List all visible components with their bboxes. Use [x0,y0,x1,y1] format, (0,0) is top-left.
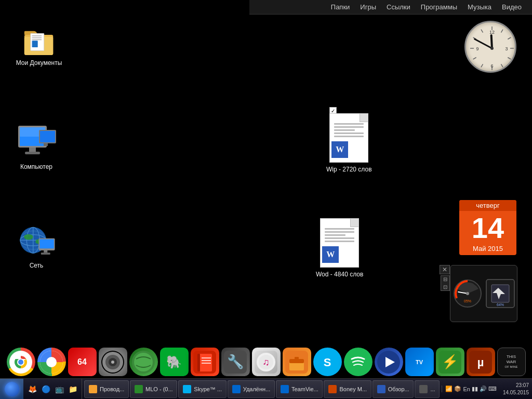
tray-volume[interactable]: 🔊 [480,385,487,392]
tray-battery: ▮▮ [472,385,478,392]
network-label: Сеть [30,262,44,269]
svg-point-64 [134,353,153,371]
dock-icon-chrome[interactable] [7,348,35,376]
svg-rect-68 [197,354,200,371]
svg-line-1 [501,30,503,33]
calendar-widget: четверг 14 Май 2015 [459,200,516,255]
tray-keyboard[interactable]: ⌨ [488,385,497,392]
taskbar-item-teamviewer[interactable]: TeamVie... [276,380,323,398]
menu-item-видео[interactable]: Видео [502,3,522,11]
cpu-gauge: 05% [453,278,483,309]
svg-rect-81 [295,357,299,363]
dock-icon-teamviewer[interactable]: TV [405,348,434,376]
tray-dropbox[interactable]: 📦 [454,385,461,392]
gpu-gauge-svg: 64% [485,278,515,309]
computer-icon[interactable]: Компьютер [10,125,62,170]
calendar-day-name: четверг [459,200,516,211]
taskbar-item-review[interactable]: Обзор... [373,380,414,398]
taskbar-item-remote[interactable]: Удалённ... [228,380,275,398]
computer-label: Компьютер [20,163,52,170]
cpu-gauge-svg: 05% [453,278,483,309]
taskbar-quicklaunch: 🦊 🔵 📺 📁 [23,379,82,400]
taskbar-item-label-skype: Skype™ ... [194,386,222,392]
dock-icon-battery[interactable]: ⚡ [436,348,464,376]
my-documents-label: Мои Документы [16,59,62,66]
taskbar-item-boney[interactable]: Boney M... [324,380,371,398]
dock-icon-twom[interactable]: THISWAROF MINE [497,348,526,376]
taskbar-item-icon-mlo [135,385,143,393]
wip-doc-label: Wip - 2720 слов [326,166,372,173]
svg-text:µ: µ [477,356,484,369]
ie-quickbtn[interactable]: 🔵 [39,383,52,395]
taskbar-item-mlo[interactable]: MLO - (0... [130,380,177,398]
dock-icon-torrent[interactable]: µ [467,348,495,376]
taskbar-clock[interactable]: 23:07 14.05.2015 [500,382,532,396]
svg-text:🔧: 🔧 [227,353,244,370]
svg-rect-38 [40,131,55,142]
network-icon[interactable]: Сеть [8,223,65,269]
dock-icon-picasa[interactable] [37,348,66,376]
dock-icon-spotify[interactable] [344,348,373,376]
taskbar-items: Провод...MLO - (0...Skype™ ...Удалённ...… [82,379,442,400]
svg-point-21 [466,292,469,295]
word-badge-wod: W [322,246,339,263]
svg-point-62 [111,361,114,364]
svg-rect-51 [41,252,50,255]
menu-item-музыка[interactable]: Музыка [468,3,491,11]
wip-doc-icon[interactable]: ✓ W Wip - 2720 слов [326,113,372,173]
svg-text:🐘: 🐘 [166,354,182,369]
svg-point-84 [347,351,369,374]
start-button[interactable] [0,379,23,400]
taskbar-item-explorer[interactable]: Провод... [84,380,129,398]
wip-doc: W [329,113,368,163]
taskbar-item-label-explorer: Провод... [100,386,124,392]
svg-rect-50 [44,250,47,252]
svg-line-2 [508,37,511,39]
taskbar-item-label-mlo: MLO - (0... [145,386,173,392]
menu-item-программы[interactable]: Программы [421,3,457,11]
menu-item-папки[interactable]: Папки [331,3,350,11]
wod-doc-wrapper: W [320,218,359,268]
svg-line-8 [473,58,476,60]
dock-icon-evernote[interactable]: 🐘 [160,348,189,376]
explorer-quickbtn[interactable]: 📁 [66,383,79,395]
wod-doc-label: Wod - 4840 слов [316,271,363,278]
taskbar-item-skype[interactable]: Skype™ ... [178,380,226,398]
svg-line-11 [481,30,483,33]
taskbar-item-icon-review [377,385,385,393]
perf-close-btn[interactable]: ✕ [440,265,450,274]
my-documents-icon[interactable]: Мои Документы [16,26,62,66]
dock-icon-itunes[interactable]: ♫ [252,348,281,376]
dock-icon-box[interactable] [283,348,311,376]
dock-icon-skype[interactable]: S [313,348,342,376]
svg-line-5 [501,64,503,67]
svg-text:12: 12 [489,30,495,35]
menu-item-ссылки[interactable]: Ссылки [387,3,410,11]
dock-icon-wrench[interactable]: 🔧 [221,348,250,376]
dock-icon-ball[interactable] [129,348,158,376]
dock-icon-pro[interactable] [99,348,127,376]
perf-side-btns[interactable]: ⊟ ⊡ [441,275,450,291]
gpu-gauge: 64% [485,278,515,309]
svg-rect-35 [29,148,36,152]
firefox-quickbtn[interactable]: 🦊 [26,383,38,395]
tray-network[interactable]: 📶 [445,385,453,392]
taskbar-item-icon-explorer [89,385,97,393]
dock-icon-64bit[interactable]: 64 [68,348,97,376]
dock-icon-mxplayer[interactable] [375,348,403,376]
taskbar-item-label-review: Обзор... [388,386,409,392]
tray-lang[interactable]: En [463,386,470,392]
svg-text:⚡: ⚡ [442,353,459,370]
svg-text:3: 3 [505,46,508,51]
computer-img [16,125,57,161]
menu-item-игры[interactable]: Игры [360,3,376,11]
taskbar-item-label-teamviewer: TeamVie... [291,386,318,392]
media-quickbtn[interactable]: 📺 [53,383,65,395]
taskbar-item-extra[interactable]: ... [415,380,440,398]
wod-doc-icon[interactable]: W Wod - 4840 слов [316,218,363,278]
folder-icon [23,26,55,57]
taskbar-item-icon-skype [183,385,191,393]
dock-icon-redbook[interactable] [191,348,219,376]
svg-point-46 [24,234,33,240]
svg-rect-28 [32,41,38,47]
